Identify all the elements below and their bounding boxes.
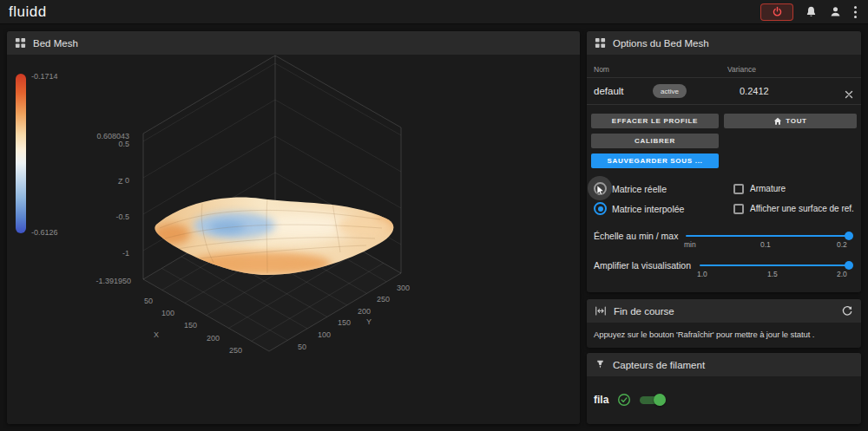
app-toolbar: fluidd: [0, 0, 868, 24]
matrix-row-1: Matrice réelle Armature: [587, 180, 861, 199]
colorbar: -0.1714 -0.6126: [16, 72, 58, 237]
scale-slider-thumb[interactable]: [845, 232, 853, 240]
power-icon: [772, 6, 783, 17]
column-name: Nom: [594, 65, 609, 74]
endstops-status-message: Appuyez sur le bouton 'Rafraîchir' pour …: [587, 323, 861, 339]
bed-mesh-card: Bed Mesh: [7, 31, 580, 424]
bed-mesh-surface-chart: -0.1714 -0.6126 0.608043 0.5 0 -0.5 -1 -…: [7, 55, 580, 424]
scale-tick-mid: 0.1: [760, 240, 771, 249]
endstops-card: Fin de course Appuyez sur le bouton 'Raf…: [587, 299, 861, 348]
column-variance: Variance: [727, 65, 756, 74]
filament-sensor-row: fila: [587, 376, 861, 407]
bed-mesh-title: Bed Mesh: [33, 38, 78, 49]
z-axis-label: Z: [118, 177, 123, 186]
bed-mesh-card-header: Bed Mesh: [7, 31, 580, 55]
z-tick: -1.391950: [95, 277, 131, 285]
scale-tick-max: 0.2: [837, 240, 847, 249]
toggle-knob[interactable]: [654, 394, 666, 406]
profile-variance: 0.2412: [740, 86, 769, 96]
toolbar-actions: [760, 3, 858, 21]
table-row: default active 0.2412: [587, 78, 861, 105]
sensor-toggle[interactable]: [640, 394, 666, 406]
home-icon: [773, 117, 782, 126]
overflow-menu-button[interactable]: [853, 5, 858, 19]
boost-tick-min: 1.0: [697, 270, 707, 278]
endstops-card-header: Fin de course: [587, 299, 861, 323]
person-icon: [829, 5, 842, 18]
account-button[interactable]: [829, 5, 842, 18]
z-tick: -1: [122, 249, 129, 258]
checkbox-reference-surface[interactable]: [733, 204, 744, 214]
z-tick: 0.5: [118, 140, 129, 148]
calibrate-button[interactable]: CALIBRER: [591, 134, 719, 148]
y-tick: 150: [338, 318, 351, 327]
x-tick: 200: [207, 334, 220, 343]
y-axis-label: Y: [366, 317, 372, 326]
boost-slider-thumb[interactable]: [845, 261, 853, 270]
y-tick: 250: [377, 295, 390, 304]
y-tick: 100: [318, 330, 331, 339]
check-circle-icon: [617, 393, 631, 407]
boost-slider-label: Amplifier la visualisation: [594, 260, 691, 271]
radio-interpolated-matrix[interactable]: [594, 202, 607, 215]
colorbar-min-label: -0.6126: [31, 228, 58, 237]
radio-real-matrix[interactable]: [594, 182, 607, 195]
filament-card-header: Capteurs de filament: [587, 353, 861, 376]
x-tick: 100: [161, 309, 174, 317]
bed-mesh-options-card: Options du Bed Mesh Nom Variance default…: [587, 31, 861, 292]
colorbar-max-label: -0.1714: [31, 72, 58, 81]
options-card-header: Options du Bed Mesh: [587, 31, 861, 55]
boost-slider[interactable]: [700, 264, 852, 266]
options-card-title: Options du Bed Mesh: [613, 38, 709, 49]
refresh-icon: [841, 305, 853, 317]
grid-icon: [15, 37, 26, 49]
y-tick: 50: [298, 343, 306, 351]
radio-real-matrix-label[interactable]: Matrice réelle: [612, 184, 667, 194]
z-tick: -0.5: [115, 212, 129, 221]
y-tick: 200: [358, 307, 371, 316]
endstop-icon: [595, 305, 607, 317]
filament-card-title: Capteurs de filament: [613, 360, 705, 370]
matrix-row-2: Matrice interpolée Afficher une surface …: [587, 199, 861, 219]
profile-buttons: EFFACER LE PROFILE TOUT CALIBRER SAUVEGA…: [587, 105, 861, 179]
save-as-button[interactable]: SAUVEGARDER SOUS ...: [591, 153, 719, 168]
grid-icon: [595, 37, 606, 49]
scale-slider-label: Échelle au min / max: [594, 231, 678, 241]
kebab-menu-icon: [853, 5, 858, 19]
close-icon: [845, 90, 853, 99]
z-tick: 0: [125, 176, 129, 185]
profile-name: default: [594, 86, 624, 96]
sensor-name: fila: [594, 394, 608, 406]
checkbox-wireframe[interactable]: [733, 184, 744, 194]
x-axis-label: X: [154, 330, 159, 339]
x-tick: 250: [229, 346, 242, 355]
remove-profile-button[interactable]: [845, 87, 853, 102]
filament-sensor-icon: [595, 359, 606, 370]
bed-mesh-3d-plot[interactable]: -0.1714 -0.6126 0.608043 0.5 0 -0.5 -1 -…: [7, 55, 580, 424]
clear-all-button[interactable]: TOUT: [724, 114, 857, 128]
radio-interpolated-matrix-label[interactable]: Matrice interpolée: [612, 204, 684, 214]
bell-icon: [805, 5, 818, 18]
active-badge: active: [653, 84, 687, 98]
clear-profile-button[interactable]: EFFACER LE PROFILE: [591, 114, 719, 128]
scale-slider-row: Échelle au min / max min 0.1 0.2: [587, 225, 861, 248]
emergency-stop-button[interactable]: [760, 3, 793, 21]
x-tick: 150: [184, 321, 197, 330]
app-logo[interactable]: fluidd: [9, 3, 47, 21]
boost-slider-row: Amplifier la visualisation 1.0 1.5 2.0: [587, 255, 861, 278]
profiles-table-header: Nom Variance: [587, 55, 861, 78]
x-tick: 50: [144, 297, 153, 305]
refresh-endstops-button[interactable]: [841, 305, 853, 317]
y-tick: 300: [397, 284, 410, 292]
checkbox-reference-surface-label[interactable]: Afficher une surface de ref.: [750, 204, 854, 213]
boost-tick-max: 2.0: [837, 270, 847, 278]
scale-tick-min: min: [684, 240, 696, 249]
endstops-card-title: Fin de course: [614, 306, 674, 317]
checkbox-wireframe-label[interactable]: Armature: [750, 184, 786, 193]
boost-tick-mid: 1.5: [767, 270, 778, 278]
notifications-button[interactable]: [805, 5, 818, 18]
filament-sensors-card: Capteurs de filament fila: [587, 353, 861, 424]
scale-slider[interactable]: [686, 235, 852, 237]
page: fluidd: [0, 0, 868, 431]
